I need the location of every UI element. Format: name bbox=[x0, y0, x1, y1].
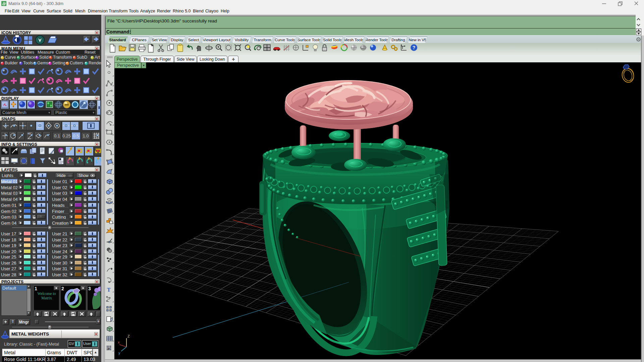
svg-text:x: x bbox=[118, 340, 120, 344]
svg-text:T: T bbox=[107, 287, 111, 293]
svg-text:?: ? bbox=[413, 45, 416, 50]
svg-text:y: y bbox=[118, 351, 120, 355]
svg-text:Z: Z bbox=[127, 334, 130, 338]
svg-text:»: » bbox=[108, 346, 110, 351]
